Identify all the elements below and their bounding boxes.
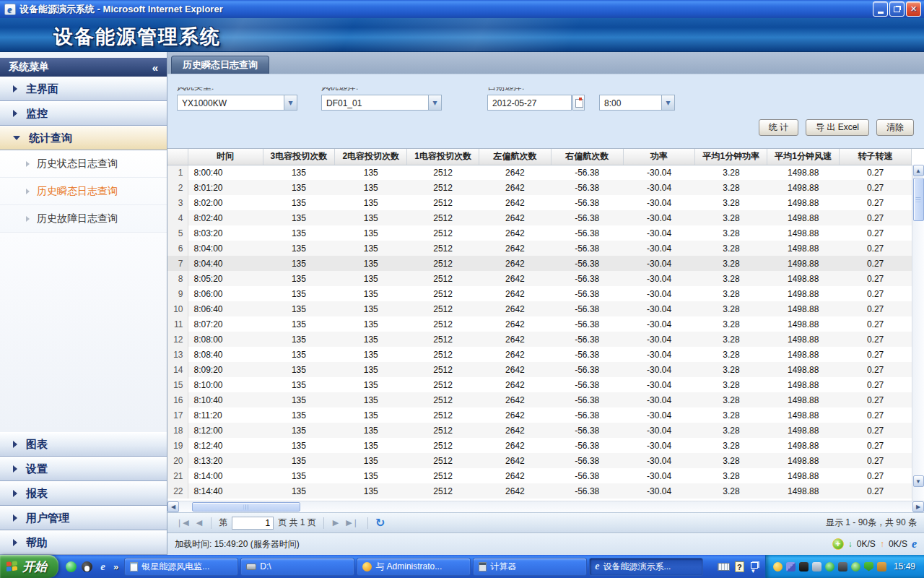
table-row[interactable]: 118:07:2013513525122642-56.38-30.043.281…	[167, 316, 912, 332]
column-header[interactable]: 平均1分钟风速	[767, 149, 840, 165]
clear-button[interactable]: 清除	[876, 119, 914, 136]
data-cell: 2512	[407, 256, 479, 271]
table-row[interactable]: 18:00:4013513525122642-56.38-30.043.2814…	[167, 165, 912, 180]
collapse-sidebar-icon[interactable]: «	[152, 61, 158, 74]
table-row[interactable]: 38:02:0013513525122642-56.38-30.043.2814…	[167, 195, 912, 210]
sidebar-item[interactable]: 历史状态日志查询	[0, 150, 167, 178]
previous-page-icon[interactable]	[195, 518, 204, 527]
table-row[interactable]: 138:08:4013513525122642-56.38-30.043.281…	[167, 347, 912, 362]
column-header[interactable]: 1电容投切次数	[407, 149, 479, 165]
stat-button[interactable]: 统 计	[759, 119, 798, 136]
scroll-up-icon[interactable]: ▲	[913, 165, 924, 176]
calendar-icon[interactable]	[572, 95, 585, 111]
tray-monitor-icon[interactable]	[851, 562, 860, 571]
restore-button[interactable]	[889, 1, 905, 17]
table-row[interactable]: 218:14:0013513525122642-56.38-30.043.281…	[167, 468, 912, 483]
fan-type-select[interactable]: YX1000KW	[177, 95, 297, 111]
safety-monitor-icon[interactable]: +	[832, 538, 844, 550]
scroll-right-icon[interactable]: ▶	[912, 501, 924, 512]
table-row[interactable]: 148:09:2013513525122642-56.38-30.043.281…	[167, 362, 912, 377]
table-row[interactable]: 128:08:0013513525122642-56.38-30.043.281…	[167, 332, 912, 347]
column-header[interactable]: 2电容投切次数	[335, 149, 407, 165]
column-header[interactable]: 转子转速	[840, 149, 912, 165]
tray-safe-icon[interactable]	[825, 562, 834, 571]
chevron-down-icon[interactable]	[428, 95, 441, 110]
tray-network-icon[interactable]	[786, 562, 796, 571]
date-input[interactable]: 2012-05-27	[487, 95, 572, 111]
taskbar-task[interactable]: 与 Administrato...	[357, 558, 471, 576]
first-page-icon[interactable]	[175, 518, 191, 527]
vertical-scrollbar[interactable]: ▲ ▼	[912, 165, 924, 501]
table-row[interactable]: 48:02:4013513525122642-56.38-30.043.2814…	[167, 210, 912, 225]
table-row[interactable]: 158:10:0013513525122642-56.38-30.043.281…	[167, 377, 912, 392]
taskbar-task[interactable]: 计算器	[473, 558, 587, 576]
chevron-down-icon[interactable]	[661, 95, 674, 110]
sidebar-group-main[interactable]: 主界面	[0, 77, 167, 101]
ie-quicklaunch-icon[interactable]: e	[97, 561, 108, 572]
table-row[interactable]: 108:06:4013513525122642-56.38-30.043.281…	[167, 301, 912, 316]
taskbar-task[interactable]: 银星能源风电监...	[124, 558, 238, 576]
close-button[interactable]: ✕	[906, 1, 921, 17]
time-select[interactable]: 8:00	[599, 95, 675, 111]
table-row[interactable]: 28:01:2013513525122642-56.38-30.043.2814…	[167, 180, 912, 195]
start-button[interactable]: 开始	[0, 555, 58, 578]
column-header[interactable]: 3电容投切次数	[263, 149, 335, 165]
sidebar-group-monitor[interactable]: 监控	[0, 101, 167, 126]
column-header[interactable]: 时间	[188, 149, 263, 165]
minimize-button[interactable]	[873, 1, 888, 17]
sidebar-group-users[interactable]: 用户管理	[0, 506, 167, 530]
horizontal-scroll-thumb[interactable]	[192, 502, 300, 512]
next-page-icon[interactable]	[331, 518, 340, 527]
table-row[interactable]: 228:14:4013513525122642-56.38-30.043.281…	[167, 483, 912, 499]
tray-qq-icon[interactable]	[773, 562, 783, 571]
tray-tool-icon[interactable]	[838, 562, 847, 571]
sidebar-group-reports[interactable]: 报表	[0, 481, 167, 506]
horizontal-scrollbar[interactable]: ◀ ▶	[167, 501, 924, 512]
table-row[interactable]: 68:04:0013513525122642-56.38-30.043.2814…	[167, 241, 912, 256]
taskbar-task-active[interactable]: e设备能源演示系...	[589, 558, 703, 576]
vertical-scroll-thumb[interactable]	[913, 178, 924, 221]
keyboard-icon[interactable]	[718, 563, 730, 571]
refresh-icon[interactable]	[375, 516, 385, 530]
column-header[interactable]: 功率	[623, 149, 695, 165]
table-row[interactable]: 88:05:2013513525122642-56.38-30.043.2814…	[167, 271, 912, 286]
turbine-select[interactable]: DF01_01	[321, 95, 442, 111]
sidebar-group-settings[interactable]: 设置	[0, 457, 167, 481]
sidebar-group-label: 报表	[26, 487, 48, 501]
table-row[interactable]: 208:13:2013513525122642-56.38-30.043.281…	[167, 453, 912, 468]
table-row[interactable]: 58:03:2013513525122642-56.38-30.043.2814…	[167, 225, 912, 241]
tray-volume-icon[interactable]	[812, 562, 821, 571]
last-page-icon[interactable]	[344, 518, 360, 527]
sidebar-group-help[interactable]: 帮助	[0, 530, 167, 555]
export-excel-button[interactable]: 导 出 Excel	[806, 119, 869, 136]
table-row[interactable]: 98:06:0013513525122642-56.38-30.043.2814…	[167, 286, 912, 301]
table-row[interactable]: 178:11:2013513525122642-56.38-30.043.281…	[167, 407, 912, 423]
tab-history-transient-log[interactable]: 历史瞬态日志查询	[171, 56, 269, 74]
sidebar-item-active[interactable]: 历史瞬态日志查询	[0, 178, 167, 205]
table-row[interactable]: 188:12:0013513525122642-56.38-30.043.281…	[167, 423, 912, 438]
sidebar-group-charts[interactable]: 图表	[0, 432, 167, 457]
scroll-left-icon[interactable]: ◀	[167, 501, 179, 512]
table-row[interactable]: 168:10:4013513525122642-56.38-30.043.281…	[167, 392, 912, 407]
msn-quicklaunch-icon[interactable]	[66, 561, 77, 572]
chevron-down-icon[interactable]	[284, 95, 297, 110]
help-icon[interactable]: ?	[735, 561, 744, 572]
page-number-input[interactable]	[232, 517, 274, 530]
column-header[interactable]: 右偏航次数	[551, 149, 623, 165]
tray-input-icon[interactable]	[799, 562, 808, 571]
data-cell: 0.27	[840, 210, 912, 225]
table-row[interactable]: 198:12:4013513525122642-56.38-30.043.281…	[167, 438, 912, 453]
taskbar-task[interactable]: D:\	[240, 558, 354, 576]
tray-shield-icon[interactable]	[864, 562, 873, 571]
tray-update-icon[interactable]	[877, 562, 886, 571]
data-cell: 1498.88	[767, 195, 840, 210]
language-bar-restore-icon[interactable]	[749, 561, 759, 571]
scroll-down-icon[interactable]: ▼	[913, 475, 924, 487]
column-header[interactable]: 左偏航次数	[479, 149, 551, 165]
qq-quicklaunch-icon[interactable]	[82, 561, 92, 572]
sidebar-group-stats[interactable]: 统计查询	[0, 126, 167, 150]
column-header[interactable]: 平均1分钟功率	[695, 149, 767, 165]
quick-launch-more-icon[interactable]: »	[113, 561, 118, 572]
sidebar-item[interactable]: 历史故障日志查询	[0, 205, 167, 233]
table-row[interactable]: 78:04:4013513525122642-56.38-30.043.2814…	[167, 256, 912, 271]
